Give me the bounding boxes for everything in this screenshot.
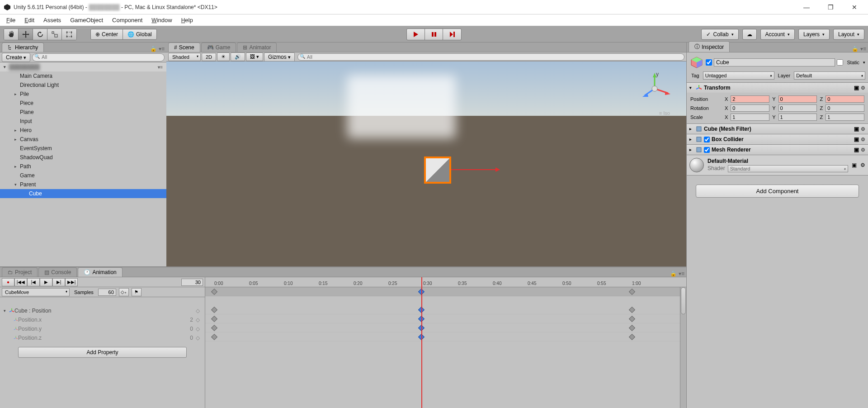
static-checkbox[interactable] [837,59,843,66]
add-component-button[interactable]: Add Component [696,185,859,198]
layout-dropdown[interactable]: Layout ▾ [833,29,864,40]
keyframe[interactable] [211,333,217,340]
project-tab[interactable]: 🗀 Project [2,267,38,277]
panel-menu-icon[interactable]: ▾≡ [679,270,684,277]
hierarchy-item[interactable]: Plane [0,108,166,117]
hierarchy-item[interactable]: ▸Hero [0,126,166,135]
gear-icon[interactable]: ⚙ [861,147,865,153]
gizmos-dropdown[interactable]: Gizmos ▾ [264,52,295,62]
lock-icon[interactable]: 🔒 [670,270,677,277]
rect-tool[interactable] [62,29,76,40]
add-event-button[interactable]: ⚑ [132,288,142,296]
maximize-button[interactable]: ❐ [824,4,837,11]
keyframe[interactable] [211,306,217,313]
anim-property[interactable]: Position.y0◇ [0,324,205,333]
clip-dropdown[interactable]: CubeMove [2,288,70,296]
shading-dropdown[interactable]: Shaded [168,53,201,61]
handle-mode-button[interactable]: 🌐 Global [123,29,156,39]
gameobject-enabled-checkbox[interactable] [706,59,712,66]
hierarchy-create-button[interactable]: Create ▾ [2,53,30,62]
keyframe[interactable] [629,324,635,331]
playhead[interactable] [421,277,422,408]
lock-icon[interactable]: 🔒 [852,46,859,52]
scale-tool[interactable] [47,29,62,40]
first-frame-button[interactable]: |◀◀ [14,278,27,286]
component-header[interactable]: ▸Mesh Renderer▣⚙ [687,145,868,155]
transform-component-header[interactable]: ▾ Transform ▣ ⚙ [687,83,868,93]
dope-row[interactable] [205,323,686,332]
samples-field[interactable] [98,289,116,296]
animation-timeline[interactable]: 0:000:050:100:150:200:250:300:350:400:45… [205,277,686,408]
orientation-gizmo[interactable]: y [637,71,673,107]
shader-dropdown[interactable]: Standard [728,165,848,172]
menu-gameobject[interactable]: GameObject [66,15,108,25]
x-axis-arrow[interactable] [451,169,496,170]
component-header[interactable]: ▸Box Collider▣⚙ [687,134,868,144]
close-button[interactable]: ✕ [848,4,861,11]
hierarchy-item[interactable]: ▸Path [0,162,166,171]
dope-row[interactable] [205,314,686,323]
minimize-button[interactable]: — [800,4,813,11]
dope-row[interactable] [205,332,686,342]
rotation-z-field[interactable] [826,104,864,112]
component-header[interactable]: ▸Cube (Mesh Filter)▣⚙ [687,124,868,134]
rotate-tool[interactable] [33,29,47,40]
audio-toggle[interactable]: 🔊 [231,52,245,61]
hierarchy-tab[interactable]: Hierarchy [2,43,44,52]
2d-toggle[interactable]: 2D [202,53,216,61]
inspector-tab[interactable]: ⓘ Inspector [689,41,730,52]
keyframe[interactable] [629,333,635,340]
scale-x-field[interactable] [731,114,769,121]
hierarchy-item[interactable]: EventSystem [0,144,166,153]
position-y-field[interactable] [778,95,817,103]
scale-y-field[interactable] [778,114,817,121]
scale-z-field[interactable] [826,114,864,121]
animator-tab[interactable]: ⊞ Animator [237,43,277,52]
gear-icon[interactable]: ⚙ [860,162,865,168]
gear-icon[interactable]: ⚙ [861,137,865,142]
menu-file[interactable]: File [2,15,20,25]
add-keyframe-button[interactable]: ◇₊ [119,288,129,296]
hierarchy-item[interactable]: Cube [0,189,166,198]
panel-menu-icon[interactable]: ▾≡ [159,46,165,52]
hierarchy-item[interactable]: Piece [0,99,166,108]
layer-dropdown[interactable]: Default [794,71,865,80]
add-property-button[interactable]: Add Property [18,347,187,358]
keyframe[interactable] [629,306,635,313]
account-dropdown[interactable]: Account ▾ [760,29,795,40]
tag-dropdown[interactable]: Untagged [703,71,774,80]
help-icon[interactable]: ▣ [854,126,859,132]
last-frame-button[interactable]: ▶▶| [65,278,78,286]
hand-tool[interactable] [4,29,19,40]
collab-dropdown[interactable]: ✓ Collab ▾ [701,29,739,40]
menu-assets[interactable]: Assets [39,15,66,25]
anim-play-button[interactable]: ▶ [40,278,52,286]
hierarchy-item[interactable]: Main Camera [0,71,166,81]
help-icon[interactable]: ▣ [854,147,859,153]
hierarchy-item[interactable]: Directional Light [0,81,166,90]
menu-help[interactable]: Help [177,15,198,25]
record-button[interactable]: ● [2,278,14,286]
current-frame-field[interactable] [181,279,203,286]
layers-dropdown[interactable]: Layers ▾ [798,29,830,40]
help-icon[interactable]: ▣ [854,85,859,91]
cloud-button[interactable]: ☁ [742,29,757,40]
anim-property[interactable]: Position.x2◇ [0,315,205,324]
step-button[interactable] [443,29,461,40]
keyframe[interactable] [211,324,217,331]
keyframe[interactable] [211,315,217,322]
scene-root[interactable]: ▾████████▾≡ [0,62,166,71]
help-icon[interactable]: ▣ [852,162,857,168]
game-tab[interactable]: 🎮 Game [201,43,236,52]
console-tab[interactable]: ▤ Console [38,267,77,277]
anim-property[interactable]: Position.z0◇ [0,333,205,342]
rotation-y-field[interactable] [778,104,817,112]
prev-key-button[interactable]: |◀ [27,278,40,286]
keyframe[interactable] [629,288,635,294]
hierarchy-item[interactable]: Game [0,171,166,180]
pause-button[interactable] [425,29,443,40]
pivot-mode-button[interactable]: ⊕ Center [91,29,123,39]
keyframe[interactable] [629,315,635,322]
rotation-x-field[interactable] [731,104,769,112]
menu-component[interactable]: Component [108,15,147,25]
